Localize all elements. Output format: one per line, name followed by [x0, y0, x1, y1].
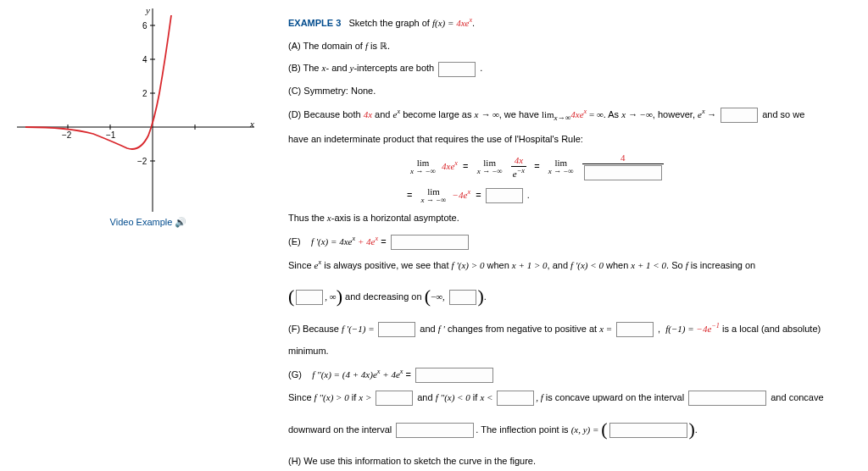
- answer-box-d1[interactable]: [721, 108, 758, 123]
- tick-x-n2: −2: [62, 130, 71, 140]
- tick-y-n2: −2: [137, 157, 147, 166]
- tick-y-2: 2: [142, 89, 147, 98]
- part-b: (B) The x- and y-intercepts are both .: [288, 59, 851, 77]
- answer-box-inc-a[interactable]: [296, 290, 323, 305]
- part-e-intervals: (, ∞) and decreasing on (−∞, ).: [288, 279, 851, 314]
- part-g-equation: (G) f ''(x) = (4 + 4x)ex + 4ex =: [288, 365, 851, 384]
- part-c: (C) Symmetry: None.: [288, 82, 851, 100]
- answer-box-g4[interactable]: [396, 423, 474, 438]
- answer-box-e[interactable]: [391, 235, 469, 250]
- answer-box-g[interactable]: [415, 368, 493, 383]
- answer-box-dec-b[interactable]: [449, 290, 476, 305]
- answer-box-lim-val[interactable]: [486, 188, 523, 203]
- tick-x-n1: −1: [106, 130, 115, 140]
- graph: y x −2 −1 2 4 6 −2: [17, 8, 254, 212]
- part-a: (A) The domain of f is ℝ.: [288, 37, 851, 55]
- content-panel: EXAMPLE 3 Sketch the graph of f(x) = 4xe…: [280, 8, 851, 471]
- prompt-prefix: Sketch the graph of: [349, 18, 432, 28]
- answer-box-g1[interactable]: [376, 391, 413, 406]
- answer-box-f1[interactable]: [378, 322, 415, 337]
- tick-y-4: 4: [142, 55, 147, 64]
- x-axis-label: x: [250, 119, 254, 129]
- part-d-line1: (D) Because both 4x and ex become large …: [288, 105, 851, 125]
- graph-svg: [17, 8, 254, 212]
- limit-equation-1: limx → −∞ 4xex = limx → −∞ 4xe−x = limx …: [407, 153, 851, 180]
- speaker-icon: 🔊: [175, 217, 186, 227]
- graph-panel: y x −2 −1 2 4 6 −2: [17, 8, 280, 228]
- part-h: (H) We use this information to sketch th…: [288, 452, 851, 470]
- answer-box-f2[interactable]: [616, 322, 654, 337]
- answer-box-g2[interactable]: [497, 391, 534, 406]
- video-example-link[interactable]: Video Example 🔊: [17, 217, 280, 228]
- part-g-down: downward on the interval . The inflectio…: [288, 412, 851, 447]
- part-f-min: minimum.: [288, 342, 851, 360]
- answer-box-b[interactable]: [438, 62, 476, 77]
- answer-box-g5[interactable]: [609, 423, 687, 438]
- part-e-equation: (E) f '(x) = 4xex + 4ex =: [288, 232, 851, 251]
- part-g-since: Since f ''(x) > 0 if x > and f ''(x) < 0…: [288, 389, 851, 407]
- tick-y-6: 6: [142, 21, 147, 30]
- limit-equation-2: = limx → −∞ −4ex = .: [407, 186, 851, 204]
- video-example-text: Video Example: [110, 217, 173, 227]
- y-axis-label: y: [146, 5, 150, 15]
- part-e-since: Since ex is always positive, we see that…: [288, 256, 851, 274]
- part-f: (F) Because f '(−1) = and f ' changes fr…: [288, 319, 851, 338]
- answer-box-g3[interactable]: [688, 391, 766, 406]
- example-label: EXAMPLE 3: [288, 18, 341, 28]
- example-heading: EXAMPLE 3 Sketch the graph of f(x) = 4xe…: [288, 14, 851, 32]
- part-d-thus: Thus the x-axis is a horizontal asymptot…: [288, 209, 851, 227]
- answer-box-lim-den[interactable]: [584, 165, 662, 180]
- part-d-line2: have an indeterminate product that requi…: [288, 130, 851, 148]
